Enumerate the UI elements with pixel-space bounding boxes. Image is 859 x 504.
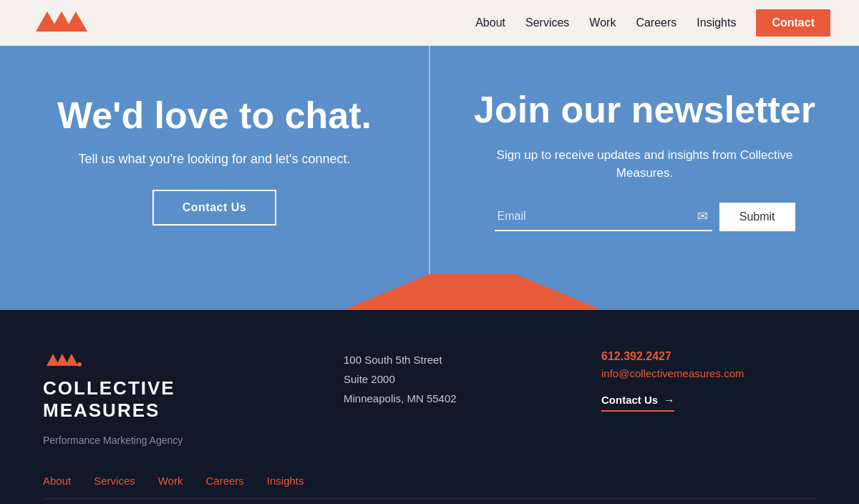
- nav-about[interactable]: About: [475, 16, 505, 29]
- email-icon: ✉: [697, 208, 708, 224]
- submit-button[interactable]: Submit: [719, 203, 795, 231]
- nav-services[interactable]: Services: [525, 16, 569, 29]
- svg-point-6: [77, 362, 82, 367]
- footer-nav-about[interactable]: About: [43, 475, 71, 487]
- footer-contact-info: 612.392.2427 info@collectivemeasures.com…: [558, 350, 816, 412]
- footer-top: COLLECTIVE MEASURES Performance Marketin…: [43, 350, 816, 446]
- footer-logo-icon: [43, 350, 82, 369]
- hero-left: We'd love to chat. Tell us what you're l…: [0, 46, 430, 274]
- svg-marker-5: [65, 354, 78, 366]
- nav-contact[interactable]: Contact: [756, 9, 830, 37]
- footer-bottom: LEGACY NEWS AGENCY FACT SHEET PRIVACY PO…: [43, 499, 816, 504]
- footer-nav: About Services Work Careers Insights: [43, 475, 816, 499]
- divider-left: [0, 274, 430, 310]
- nav-work[interactable]: Work: [589, 16, 616, 29]
- footer-contact-link[interactable]: Contact Us →: [601, 394, 674, 412]
- hero-left-subtext: Tell us what you're looking for and let'…: [78, 152, 350, 167]
- footer-brand: COLLECTIVE MEASURES Performance Marketin…: [43, 350, 301, 446]
- footer-nav-insights[interactable]: Insights: [267, 475, 304, 487]
- nav-insights[interactable]: Insights: [697, 16, 736, 29]
- footer-tagline: Performance Marketing Agency: [43, 435, 301, 446]
- address-line3: Minneapolis, MN 55402: [344, 389, 558, 408]
- header: About Services Work Careers Insights Con…: [0, 0, 859, 46]
- footer-nav-services[interactable]: Services: [94, 475, 135, 487]
- footer-nav-careers[interactable]: Careers: [205, 475, 243, 487]
- email-input[interactable]: [495, 203, 712, 230]
- footer-address: 100 South 5th Street Suite 2000 Minneapo…: [301, 350, 558, 408]
- hero-right: Join our newsletter Sign up to receive u…: [430, 46, 859, 274]
- arrow-icon: →: [664, 394, 674, 406]
- footer-email[interactable]: info@collectivemeasures.com: [601, 367, 816, 379]
- main-nav: About Services Work Careers Insights Con…: [475, 9, 830, 37]
- footer-phone[interactable]: 612.392.2427: [601, 350, 816, 363]
- footer: COLLECTIVE MEASURES Performance Marketin…: [0, 310, 859, 504]
- footer-nav-work[interactable]: Work: [158, 475, 183, 487]
- hero-right-heading: Join our newsletter: [474, 89, 815, 132]
- divider: [0, 274, 859, 310]
- footer-company-name: COLLECTIVE MEASURES: [43, 377, 301, 422]
- logo[interactable]: [29, 6, 93, 40]
- address-line1: 100 South 5th Street: [344, 350, 558, 369]
- divider-right: [430, 274, 859, 310]
- contact-us-button[interactable]: Contact Us: [152, 190, 276, 226]
- nav-careers[interactable]: Careers: [636, 16, 676, 29]
- newsletter-form: ✉ Submit: [495, 203, 795, 231]
- hero-section: We'd love to chat. Tell us what you're l…: [0, 46, 859, 274]
- hero-right-subtext: Sign up to receive updates and insights …: [480, 146, 810, 183]
- email-input-wrap: ✉: [495, 203, 712, 231]
- address-line2: Suite 2000: [344, 369, 558, 389]
- hero-left-heading: We'd love to chat.: [57, 94, 372, 137]
- svg-marker-2: [64, 11, 87, 32]
